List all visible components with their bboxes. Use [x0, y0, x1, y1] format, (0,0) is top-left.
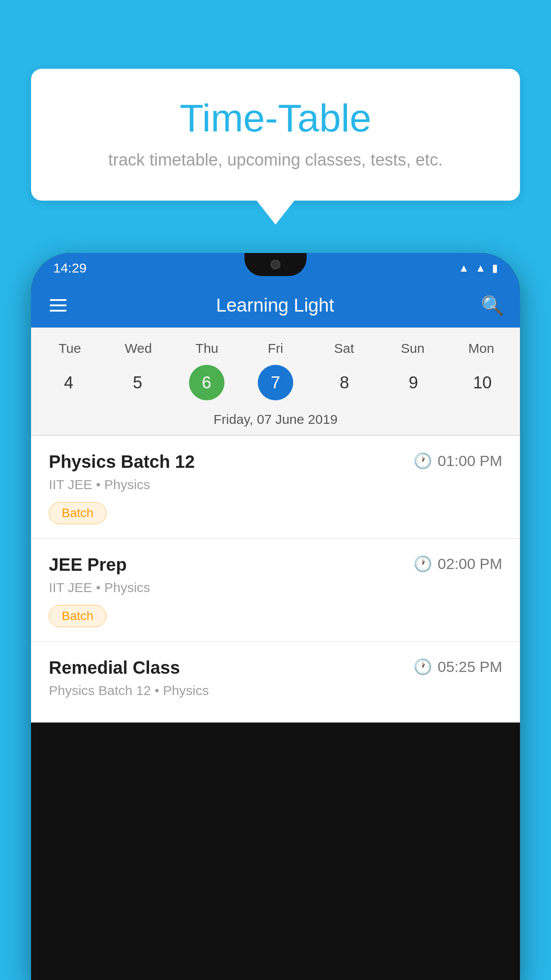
bubble-subtitle: track timetable, upcoming classes, tests… [67, 150, 484, 170]
schedule-time-1: 🕐 01:00 PM [413, 452, 502, 470]
schedule-time-value-1: 01:00 PM [437, 452, 502, 470]
wifi-icon: ▲ [458, 262, 469, 274]
schedule-subtitle-3: Physics Batch 12 • Physics [49, 683, 502, 698]
calendar-strip: Tue Wed Thu Fri Sat Sun Mon 4 5 6 7 8 9 … [31, 328, 520, 435]
bubble-title: Time-Table [67, 95, 484, 141]
batch-badge-2: Batch [49, 605, 106, 627]
schedule-item-header: Physics Batch 12 🕐 01:00 PM [49, 452, 502, 472]
clock-icon-3: 🕐 [413, 658, 432, 676]
search-icon[interactable]: 🔍 [481, 295, 504, 316]
schedule-list: Physics Batch 12 🕐 01:00 PM IIT JEE • Ph… [31, 436, 520, 723]
day-header-fri: Fri [241, 336, 310, 360]
status-icons: ▲ ▲ ▮ [458, 262, 498, 274]
clock-icon-2: 🕐 [413, 555, 432, 573]
schedule-item-jee-prep[interactable]: JEE Prep 🕐 02:00 PM IIT JEE • Physics Ba… [31, 539, 520, 642]
schedule-item-physics-batch[interactable]: Physics Batch 12 🕐 01:00 PM IIT JEE • Ph… [31, 436, 520, 539]
schedule-title-3: Remedial Class [49, 658, 180, 678]
schedule-time-value-2: 02:00 PM [437, 555, 502, 573]
day-4[interactable]: 4 [51, 365, 87, 400]
day-header-thu: Thu [173, 336, 241, 360]
schedule-item-header-2: JEE Prep 🕐 02:00 PM [49, 555, 502, 575]
day-header-wed: Wed [104, 336, 173, 360]
schedule-time-2: 🕐 02:00 PM [413, 555, 502, 573]
schedule-title-2: JEE Prep [49, 555, 127, 575]
menu-icon[interactable] [47, 296, 69, 314]
day-9[interactable]: 9 [396, 365, 431, 400]
day-header-sun: Sun [378, 336, 447, 360]
status-bar: 14:29 ▲ ▲ ▮ [31, 253, 520, 283]
schedule-title-1: Physics Batch 12 [49, 452, 195, 472]
schedule-item-remedial[interactable]: Remedial Class 🕐 05:25 PM Physics Batch … [31, 642, 520, 723]
camera-notch [271, 260, 280, 269]
day-header-sat: Sat [310, 336, 378, 360]
day-headers: Tue Wed Thu Fri Sat Sun Mon [31, 336, 520, 360]
schedule-subtitle-2: IIT JEE • Physics [49, 580, 502, 595]
day-header-mon: Mon [447, 336, 516, 360]
day-6-today[interactable]: 6 [189, 365, 224, 400]
schedule-item-header-3: Remedial Class 🕐 05:25 PM [49, 658, 502, 678]
day-header-tue: Tue [35, 336, 104, 360]
day-numbers: 4 5 6 7 8 9 10 [31, 360, 520, 407]
battery-icon: ▮ [492, 262, 498, 274]
day-10[interactable]: 10 [464, 365, 500, 400]
batch-badge-1: Batch [49, 502, 106, 524]
schedule-time-value-3: 05:25 PM [437, 658, 502, 676]
phone-frame: 14:29 ▲ ▲ ▮ Learning Light 🔍 Tue Wed Thu… [31, 253, 520, 980]
speech-bubble-card: Time-Table track timetable, upcoming cla… [31, 69, 520, 201]
schedule-subtitle-1: IIT JEE • Physics [49, 477, 502, 492]
notch [244, 253, 307, 276]
app-bar: Learning Light 🔍 [31, 283, 520, 328]
day-7-selected[interactable]: 7 [258, 365, 293, 400]
selected-date: Friday, 07 June 2019 [31, 407, 520, 435]
day-8[interactable]: 8 [327, 365, 362, 400]
signal-icon: ▲ [475, 262, 486, 274]
clock-icon-1: 🕐 [413, 452, 432, 470]
schedule-time-3: 🕐 05:25 PM [413, 658, 502, 676]
app-title: Learning Light [83, 295, 468, 316]
day-5[interactable]: 5 [120, 365, 155, 400]
speech-bubble-section: Time-Table track timetable, upcoming cla… [31, 69, 520, 201]
status-time: 14:29 [53, 261, 87, 276]
